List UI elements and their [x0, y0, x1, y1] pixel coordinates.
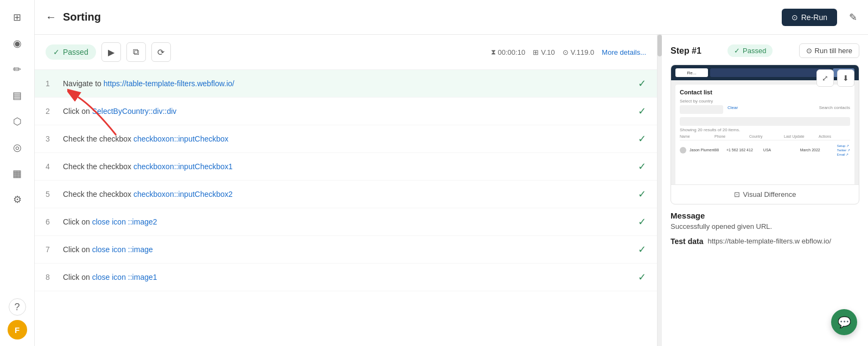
expand-button[interactable]: ⤢ — [816, 69, 834, 87]
mock-th-update: Last Update — [784, 134, 815, 138]
step-target: close icon ::image2 — [92, 217, 157, 226]
step-text: Click on close icon ::image1 — [63, 273, 630, 281]
step-target: checkboxon::inputCheckbox2 — [133, 190, 233, 198]
film-button[interactable]: ⧉ — [126, 42, 146, 62]
step-number: 2 — [46, 107, 55, 116]
download-button[interactable]: ⬇ — [837, 69, 854, 87]
mock-clear: Clear — [727, 105, 738, 114]
screenshot-container: ⤢ ⬇ Re... Contact list Se — [671, 65, 859, 204]
step-action: Navigate to — [63, 79, 104, 88]
windows-icon: ⊞ — [533, 48, 539, 56]
step-row[interactable]: 4 Check the checkbox checkboxon::inputCh… — [35, 153, 657, 181]
screenshot-preview: ⤢ ⬇ Re... Contact list Se — [671, 65, 859, 184]
rerun-icon: ⊙ — [792, 13, 798, 22]
test-data-label: Test data — [671, 237, 703, 246]
play-button[interactable]: ▶ — [101, 42, 121, 62]
main-content: ← Sorting ⊙ Re-Run ✎ ✓ Passed ▶ ⧉ ⟳ — [35, 0, 868, 346]
scroll-indicator[interactable] — [658, 35, 662, 346]
step-check: ✓ — [638, 188, 646, 200]
browser-meta: ⊙ V.119.0 — [563, 48, 595, 56]
mock-search-bar — [680, 117, 850, 126]
visual-diff-button[interactable]: ⊡ Visual Difference — [671, 184, 859, 204]
rerun-label: Re-Run — [801, 13, 827, 22]
mock-action-setup: Setup ↗ — [837, 144, 850, 148]
step-check: ✓ — [638, 216, 646, 228]
step-number: 1 — [46, 79, 55, 88]
chat-fab-button[interactable]: 💬 — [831, 309, 857, 335]
step-check: ✓ — [638, 78, 646, 89]
time-value: 00:00:10 — [498, 48, 526, 56]
step-action: Click on — [63, 217, 92, 226]
camera-icon: ⊡ — [734, 190, 740, 198]
step-row[interactable]: 6 Click on close icon ::image2 ✓ — [35, 208, 657, 236]
run-till-label: Run till here — [815, 47, 852, 55]
activity-icon[interactable]: ◉ — [7, 33, 28, 54]
mock-select — [680, 105, 723, 114]
grid-icon[interactable]: ⊞ — [7, 7, 28, 28]
edit-pencil-icon[interactable]: ✏ — [7, 59, 28, 80]
steps-list: 1 Navigate to https://table-template-fil… — [35, 70, 657, 346]
mock-phone: +1 562 162 412 — [726, 148, 760, 152]
step-row[interactable]: 2 Click on SelectByCountry::div::div ✓ — [35, 98, 657, 125]
edit-icon[interactable]: ✎ — [849, 11, 857, 23]
scroll-thumb — [658, 35, 662, 56]
sidebar: ⊞ ◉ ✏ ▤ ⬡ ◎ ▦ ⚙ ? F — [0, 0, 35, 346]
globe-icon: ⊙ — [563, 48, 569, 56]
back-button[interactable]: ← — [46, 11, 56, 23]
test-data-value: https://table-template-filters.w ebflow.… — [707, 237, 831, 246]
browser-version: V.119.0 — [571, 48, 595, 56]
settings-icon[interactable]: ⚙ — [7, 189, 28, 210]
step-check: ✓ — [638, 105, 646, 117]
step-row[interactable]: 1 Navigate to https://table-template-fil… — [35, 70, 657, 98]
rerun-button[interactable]: ⊙ Re-Run — [782, 9, 837, 26]
step-action: Check the checkbox — [63, 190, 133, 198]
step-text: Check the checkbox checkboxon::inputChec… — [63, 134, 630, 143]
chart-icon[interactable]: ▦ — [7, 163, 28, 184]
mock-controls: Clear Search contacts — [680, 105, 850, 114]
step-row[interactable]: 3 Check the checkbox checkboxon::inputCh… — [35, 125, 657, 153]
folder-icon[interactable]: ▤ — [7, 85, 28, 106]
shape-icon[interactable]: ⬡ — [7, 111, 28, 132]
step-number: 7 — [46, 245, 55, 254]
step-check: ✓ — [638, 244, 646, 255]
mock-country: USA — [763, 148, 797, 152]
test-data-section: Test data https://table-template-filters… — [671, 237, 859, 246]
step-number: 4 — [46, 162, 55, 171]
mock-avatar — [680, 147, 686, 153]
step-action: Check the checkbox — [63, 162, 133, 171]
step-header: Step #1 ✓ Passed ⊙ Run till here — [671, 43, 859, 58]
visual-diff-label: Visual Difference — [743, 190, 796, 198]
timer-meta: ⧗ 00:00:10 — [491, 48, 526, 56]
target-icon[interactable]: ◎ — [7, 137, 28, 158]
step-action: Check the checkbox — [63, 134, 133, 143]
windows-version: V.10 — [541, 48, 555, 56]
toolbar-meta: ⧗ 00:00:10 ⊞ V.10 ⊙ V.119.0 More details… — [491, 48, 646, 56]
help-icon[interactable]: ? — [9, 298, 26, 316]
mock-date: March 2022 — [800, 148, 834, 152]
timer-icon: ⧗ — [491, 48, 496, 56]
mock-country-label: Select by country — [680, 99, 850, 104]
step-target: SelectByCountry::div::div — [92, 107, 177, 116]
avatar[interactable]: F — [8, 320, 27, 339]
status-badge[interactable]: ✓ Passed — [46, 44, 96, 60]
step-label: Step #1 — [671, 46, 701, 56]
step-status-label: Passed — [743, 47, 766, 55]
check-icon: ✓ — [53, 48, 60, 56]
mock-action-twitter: Twitter ↗ — [837, 148, 850, 152]
run-till-button[interactable]: ⊙ Run till here — [799, 43, 859, 58]
step-number: 3 — [46, 134, 55, 143]
step-row[interactable]: 7 Click on close icon ::image ✓ — [35, 236, 657, 264]
more-details-link[interactable]: More details... — [602, 48, 646, 56]
step-action: Click on — [63, 107, 92, 116]
mock-data-row: Jason Plument88 +1 562 162 412 USA March… — [680, 142, 850, 158]
step-row[interactable]: 8 Click on close icon ::image1 ✓ — [35, 264, 657, 291]
step-action: Click on — [63, 245, 92, 254]
history-button[interactable]: ⟳ — [151, 42, 171, 62]
mock-th-country: Country — [749, 134, 781, 138]
step-row[interactable]: 5 Check the checkbox checkboxon::inputCh… — [35, 181, 657, 208]
step-check: ✓ — [638, 133, 646, 145]
step-number: 5 — [46, 190, 55, 198]
message-section: Message Successfully opened given URL. — [671, 211, 859, 230]
mock-showing: Showing 20 results of 20 items. — [680, 127, 850, 132]
status-label: Passed — [63, 48, 88, 56]
